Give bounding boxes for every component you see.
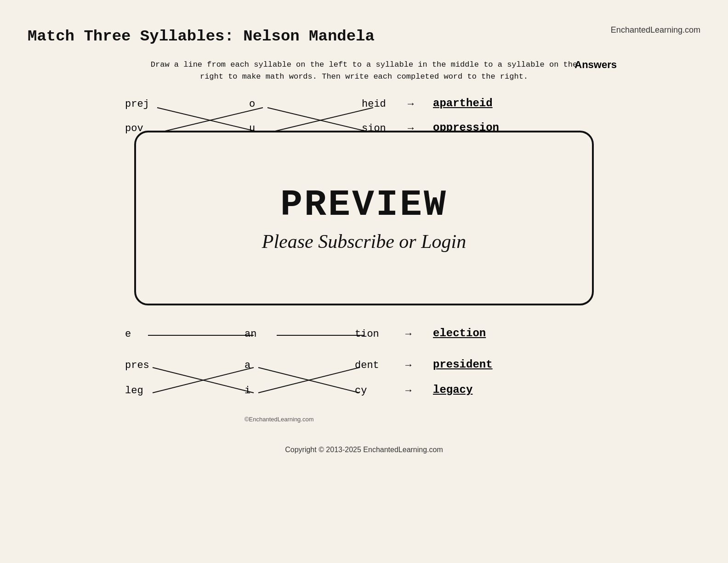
svg-line-1 xyxy=(157,108,263,133)
page-title: Match Three Syllables: Nelson Mandela xyxy=(28,28,700,45)
site-url: EnchantedLearning.com xyxy=(611,25,700,35)
bot-row3-mid: i xyxy=(245,385,250,396)
top-row1-arrow: → xyxy=(408,98,414,110)
bot-row3-answer: legacy xyxy=(433,384,472,396)
svg-line-3 xyxy=(267,108,373,133)
svg-line-6 xyxy=(153,368,254,393)
bot-row2-answer: president xyxy=(433,358,493,371)
main-content: Draw a line from each syllable on the le… xyxy=(111,59,617,454)
bot-row1-arrow: → xyxy=(405,328,411,340)
svg-line-9 xyxy=(258,368,359,393)
svg-line-0 xyxy=(157,108,263,133)
exercise-area: prej o heid → apartheid pov u sion → opp… xyxy=(111,92,617,427)
preview-title: PREVIEW xyxy=(280,184,448,226)
preview-box: PREVIEW Please Subscribe or Login xyxy=(134,131,594,305)
top-row1-right: heid xyxy=(362,98,386,110)
svg-line-8 xyxy=(258,368,359,393)
page: EnchantedLearning.com Match Three Syllab… xyxy=(0,0,728,563)
bot-row2-arrow: → xyxy=(405,360,411,371)
bot-row1-mid: an xyxy=(245,328,256,340)
answers-label: Answers xyxy=(574,59,617,71)
svg-line-2 xyxy=(267,108,373,133)
bot-row1-right: tion xyxy=(355,328,379,340)
copyright: Copyright © 2013-2025 EnchantedLearning.… xyxy=(111,446,617,454)
preview-subtitle: Please Subscribe or Login xyxy=(262,230,466,253)
bot-row1-left: e xyxy=(125,328,131,340)
bot-row2-left: pres xyxy=(125,360,149,371)
bottom-connections-svg xyxy=(111,326,617,427)
bot-row2-right: dent xyxy=(355,360,379,371)
bot-row1-answer: election xyxy=(433,327,486,339)
bot-row2-mid: a xyxy=(245,360,250,371)
svg-line-7 xyxy=(153,368,254,393)
top-row1-left: prej xyxy=(125,98,149,110)
top-row1-mid: o xyxy=(249,98,255,110)
bot-row3-left: leg xyxy=(125,385,143,396)
bot-row3-right: cy xyxy=(355,385,367,396)
bot-row3-arrow: → xyxy=(405,385,411,396)
top-row1-answer: apartheid xyxy=(433,97,493,109)
instructions: Draw a line from each syllable on the le… xyxy=(111,59,617,82)
enchanted-watermark: ©EnchantedLearning.com xyxy=(245,416,314,423)
